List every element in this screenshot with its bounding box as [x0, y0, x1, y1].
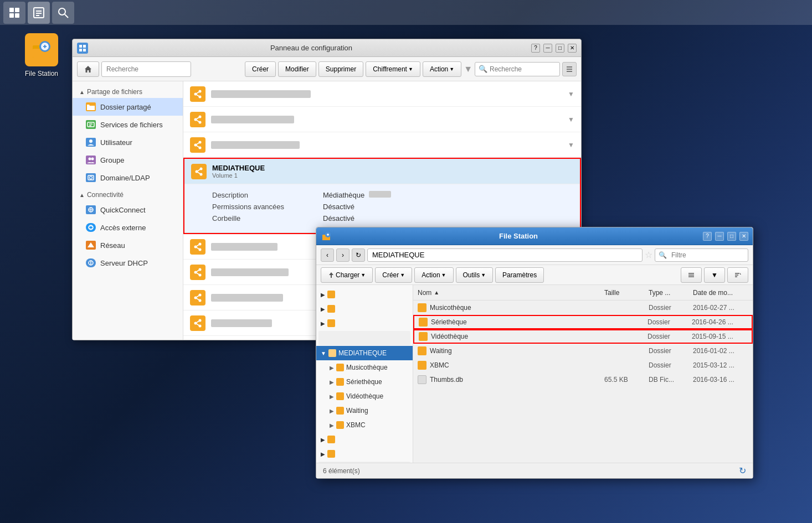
config-maximize-btn[interactable]: □ [556, 44, 564, 53]
fs-tools-btn[interactable]: Outils ▼ [456, 267, 494, 283]
share-icon-1 [190, 86, 205, 102]
fs-list-view-btn[interactable] [681, 267, 702, 283]
taskbar-search-icon[interactable] [52, 2, 74, 24]
fs-tree-videotheque[interactable]: ▶ Vidéothèque [316, 389, 413, 403]
sidebar-item-network[interactable]: Réseau [73, 236, 183, 254]
fs-file-row-serietheque[interactable]: Sériethèque Dossier 2016-04-26 ... [413, 315, 753, 329]
fs-forward-btn[interactable]: › [336, 248, 350, 262]
fs-col-name-header: Nom ▲ [418, 289, 604, 297]
sidebar-section-connectivity[interactable]: ▲ Connectivité [73, 189, 183, 201]
folder-icon-video [336, 392, 344, 400]
fs-back-btn[interactable]: ‹ [321, 248, 334, 262]
create-btn[interactable]: Créer [245, 61, 276, 77]
trash-row: Corbeille Désactivé [212, 214, 571, 222]
fs-refresh-btn-status[interactable]: ↻ [739, 465, 746, 476]
svg-point-30 [91, 158, 94, 160]
encrypt-btn[interactable]: Chiffrement ▼ [366, 61, 420, 77]
config-title: Panneau de configuration [91, 44, 531, 52]
sidebar-item-dhcp[interactable]: Serveur DHCP [73, 254, 183, 272]
fs-tree-item-empty2[interactable]: ▶ [316, 302, 413, 316]
fs-tree-item-empty1[interactable]: ▶ [316, 287, 413, 302]
fs-maximize-btn[interactable]: □ [727, 232, 736, 241]
folder-icon-musico [336, 364, 344, 371]
svg-marker-20 [85, 66, 91, 73]
svg-point-8 [59, 8, 65, 15]
svg-rect-3 [15, 13, 19, 18]
modify-btn[interactable]: Modifier [278, 61, 316, 77]
sidebar-item-external-access[interactable]: Accès externe [73, 219, 183, 236]
filter-box-config[interactable]: 🔍 [475, 62, 560, 76]
folder-row-3[interactable]: ▼ [183, 132, 581, 158]
svg-rect-0 [9, 8, 14, 12]
share-icon-3 [190, 137, 205, 153]
taskbar-grid-icon[interactable] [3, 2, 25, 24]
fs-address-input[interactable] [367, 248, 643, 262]
config-window-controls: ? ─ □ ✕ [531, 44, 577, 53]
fs-title: File Station [334, 232, 703, 240]
fs-create-btn[interactable]: Créer ▼ [375, 267, 412, 283]
sidebar-section-file-sharing[interactable]: ▲ Partage de fichiers [73, 86, 183, 98]
folder-name-blurred-2 [211, 116, 294, 123]
fs-file-row-xbmc[interactable]: XBMC Dossier 2015-03-12 ... [413, 358, 753, 372]
sidebar-item-user[interactable]: Utilisateur [73, 133, 183, 151]
fs-refresh-btn[interactable]: ↻ [352, 248, 365, 262]
fs-view-options-btn[interactable]: ▼ [704, 267, 725, 283]
taskbar-files-icon[interactable] [28, 2, 50, 24]
svg-rect-2 [9, 13, 14, 18]
fs-tree-musicotheque[interactable]: ▶ Musicothèque [316, 360, 413, 375]
fs-upload-btn[interactable]: Charger ▼ [321, 267, 373, 283]
config-search-input[interactable] [102, 62, 191, 76]
svg-rect-16 [79, 45, 82, 48]
folder-row-1[interactable]: ▼ [183, 81, 581, 107]
svg-point-29 [89, 158, 91, 160]
delete-btn[interactable]: Supprimer [318, 61, 363, 77]
mediatheque-row[interactable]: MEDIATHEQUE Volume 1 [184, 159, 580, 184]
folder-icon-tree1 [327, 291, 335, 298]
svg-line-69 [196, 272, 200, 275]
folder-row-2[interactable]: ▼ [183, 107, 581, 132]
share-icon-4 [190, 239, 205, 255]
fs-tree-mediatheque[interactable]: ▼ MEDIATHEQUE [316, 346, 413, 360]
home-btn[interactable] [77, 61, 99, 77]
share-icon-6 [190, 290, 205, 305]
config-minimize-btn[interactable]: ─ [543, 44, 552, 53]
share-icon-2 [190, 112, 205, 127]
svg-line-68 [196, 270, 200, 272]
sidebar-item-quickconnect[interactable]: QuickConnect [73, 201, 183, 219]
fs-tree-item-empty3[interactable]: ▶ [316, 316, 413, 330]
fs-file-row-musicotheque[interactable]: Musicothèque Dossier 2016-02-27 ... [413, 301, 753, 315]
fs-sort-btn[interactable] [727, 267, 748, 283]
fs-close-btn[interactable]: ✕ [739, 232, 748, 241]
fs-tree-item-more2[interactable]: ▶ [316, 447, 413, 461]
trash-label: Corbeille [212, 214, 323, 222]
folder-icon-tree3 [327, 319, 335, 327]
sidebar-item-file-services[interactable]: Services de fichiers [73, 116, 183, 133]
view-toggle-btn[interactable] [562, 62, 577, 76]
fs-favorite-star[interactable]: ☆ [645, 250, 652, 260]
fs-minimize-btn[interactable]: ─ [715, 232, 724, 241]
svg-rect-17 [83, 45, 86, 48]
fs-filter-input[interactable] [667, 248, 744, 262]
fs-tree-serietheque[interactable]: ▶ Sériethèque [316, 375, 413, 389]
fs-help-btn[interactable]: ? [703, 232, 712, 241]
sidebar-item-shared-folder[interactable]: Dossier partagé [73, 98, 183, 116]
fs-addressbar: ‹ › ↻ ☆ 🔍 [316, 245, 753, 265]
fs-tree-waiting[interactable]: ▶ Waiting [316, 403, 413, 418]
config-close-btn[interactable]: ✕ [568, 44, 577, 53]
fs-settings-btn[interactable]: Paramètres [495, 267, 544, 283]
fs-file-row-waiting[interactable]: Waiting Dossier 2016-01-02 ... [413, 344, 753, 358]
fs-tree-xbmc[interactable]: ▶ XBMC [316, 418, 413, 432]
svg-line-44 [196, 94, 200, 97]
sidebar-item-domain[interactable]: Domaine/LDAP [73, 169, 183, 187]
fs-action-btn[interactable]: Action ▼ [414, 267, 453, 283]
action-btn[interactable]: Action ▼ [423, 61, 461, 77]
svg-line-64 [196, 247, 200, 250]
file-station-desktop-icon[interactable]: File Station [17, 33, 66, 77]
fs-tree-item-more1[interactable]: ▶ [316, 432, 413, 447]
fs-file-row-thumbsdb[interactable]: Thumbs.db 65.5 KB DB Fic... 2016-03-16 .… [413, 372, 753, 387]
share-icon-7 [190, 315, 205, 331]
sidebar-item-group[interactable]: Groupe [73, 151, 183, 169]
config-help-btn[interactable]: ? [531, 44, 540, 53]
fs-file-row-videotheque[interactable]: Vidéothèque Dossier 2015-09-15 ... [413, 329, 753, 344]
filter-input-config[interactable] [490, 65, 556, 73]
